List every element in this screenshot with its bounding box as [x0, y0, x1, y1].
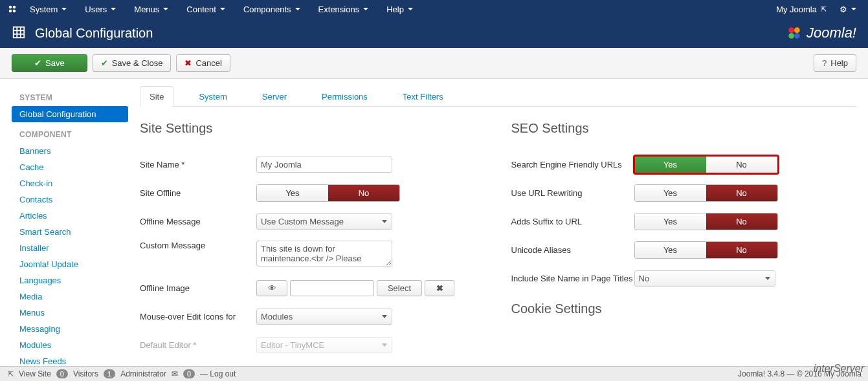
tab-server[interactable]: Server — [252, 86, 296, 107]
menu-content[interactable]: Content — [186, 5, 225, 14]
status-msg-count: 0 — [183, 369, 195, 378]
unicode-no[interactable]: No — [706, 242, 777, 258]
external-link-icon: ⇱ — [8, 370, 14, 378]
save-button[interactable]: ✔Save — [12, 54, 87, 72]
sidebar-heading-component: COMPONENT — [19, 130, 128, 139]
svg-rect-4 — [14, 27, 25, 38]
sidebar-item-modules[interactable]: Modules — [12, 337, 128, 353]
tab-system[interactable]: System — [189, 86, 236, 107]
suffix-no[interactable]: No — [706, 213, 777, 230]
check-icon: ✔ — [34, 58, 41, 68]
sidebar-item-articles[interactable]: Articles — [12, 208, 128, 224]
caret-icon — [295, 8, 300, 10]
suffix-toggle: Yes No — [634, 213, 778, 230]
suffix-yes[interactable]: Yes — [635, 213, 706, 230]
sidebar-item-menus[interactable]: Menus — [12, 305, 128, 321]
default-editor-label: Default Editor * — [140, 340, 256, 350]
tab-permissions[interactable]: Permissions — [312, 86, 377, 107]
site-link[interactable]: My Joomla⇱ — [776, 5, 827, 14]
rewrite-toggle: Yes No — [634, 184, 778, 202]
site-offline-no[interactable]: No — [328, 185, 399, 201]
sidebar-item-smart-search[interactable]: Smart Search — [12, 224, 128, 240]
main-area: SYSTEM Global Configuration COMPONENT Ba… — [0, 79, 868, 381]
caret-icon — [851, 8, 856, 10]
menu-extensions[interactable]: Extensions — [318, 5, 369, 14]
sidebar-item-global-configuration[interactable]: Global Configuration — [12, 106, 128, 122]
sitename-titles-select[interactable]: No — [634, 270, 775, 287]
offline-message-select[interactable]: Use Custom Message — [256, 213, 392, 230]
rewrite-yes[interactable]: Yes — [635, 185, 706, 201]
menu-help[interactable]: Help — [386, 5, 413, 14]
offline-image-control: 👁 Select ✖ — [256, 280, 454, 296]
rewrite-no[interactable]: No — [706, 185, 777, 201]
offline-image-preview[interactable]: 👁 — [256, 280, 287, 296]
svg-point-0 — [9, 6, 12, 9]
unicode-toggle: Yes No — [634, 241, 778, 259]
rewrite-label: Use URL Rewriting — [511, 188, 634, 198]
svg-point-3 — [13, 10, 16, 13]
sidebar-item-installer[interactable]: Installer — [12, 240, 128, 256]
cancel-button[interactable]: ✖Cancel — [176, 54, 230, 72]
status-visitors-label: Visitors — [73, 369, 98, 378]
status-view-site[interactable]: View Site — [19, 369, 51, 378]
svg-point-9 — [788, 27, 794, 33]
status-admin-label: Administrator — [120, 369, 166, 378]
mouseover-select[interactable]: Modules — [256, 309, 392, 325]
sitename-titles-label: Include Site Name in Page Titles — [511, 274, 634, 283]
status-visitors-count: 0 — [56, 369, 68, 378]
menu-components[interactable]: Components — [243, 5, 300, 14]
offline-message-label: Offline Message — [140, 217, 256, 226]
svg-point-10 — [794, 27, 800, 33]
menu-users[interactable]: Users — [85, 5, 116, 14]
custom-message-textarea[interactable]: This site is down for maintenance.<br />… — [256, 241, 392, 267]
offline-image-clear[interactable]: ✖ — [425, 280, 454, 296]
default-editor-select[interactable]: Editor - TinyMCE — [256, 337, 392, 353]
eye-icon: 👁 — [268, 283, 276, 293]
site-name-input[interactable] — [256, 157, 392, 173]
offline-image-label: Offline Image — [140, 283, 256, 293]
offline-image-input[interactable] — [290, 280, 374, 296]
status-version: Joomla! 3.4.8 — © 2016 My Joomla — [738, 369, 862, 378]
status-logout[interactable]: — Log out — [200, 369, 236, 378]
svg-point-2 — [9, 10, 12, 13]
site-name-label: Site Name * — [140, 160, 256, 169]
menu-system[interactable]: System — [30, 5, 67, 14]
joomla-icon — [6, 3, 18, 15]
offline-image-select[interactable]: Select — [377, 280, 422, 296]
save-close-button[interactable]: ✔Save & Close — [93, 54, 172, 72]
sidebar-item-check-in[interactable]: Check-in — [12, 175, 128, 191]
top-nav: System Users Menus Content Components Ex… — [0, 0, 868, 18]
sef-no[interactable]: No — [706, 157, 777, 173]
tab-site[interactable]: Site — [140, 86, 173, 107]
sidebar-item-joomla-update[interactable]: Joomla! Update — [12, 256, 128, 272]
sidebar-item-contacts[interactable]: Contacts — [12, 191, 128, 208]
mail-icon: ✉ — [172, 369, 178, 378]
config-icon — [12, 25, 26, 41]
site-offline-yes[interactable]: Yes — [257, 185, 328, 201]
sef-yes[interactable]: Yes — [635, 157, 706, 173]
unicode-yes[interactable]: Yes — [635, 242, 706, 258]
status-bar: ⇱ View Site 0 Visitors 1 Administrator ✉… — [0, 366, 868, 381]
menu-menus[interactable]: Menus — [134, 5, 168, 14]
svg-point-12 — [794, 33, 800, 39]
sidebar-item-banners[interactable]: Banners — [12, 143, 128, 159]
sidebar: SYSTEM Global Configuration COMPONENT Ba… — [12, 85, 128, 381]
sidebar-item-cache[interactable]: Cache — [12, 159, 128, 175]
gear-icon: ⚙ — [840, 5, 847, 14]
sidebar-item-messaging[interactable]: Messaging — [12, 321, 128, 337]
seo-settings-col: SEO Settings Search Engine Friendly URLs… — [511, 121, 857, 364]
close-icon: ✖ — [436, 283, 443, 293]
caret-icon — [363, 8, 368, 10]
sidebar-item-languages[interactable]: Languages — [12, 272, 128, 288]
caret-icon — [111, 8, 116, 10]
sef-toggle: Yes No — [634, 156, 778, 173]
site-settings-col: Site Settings Site Name * Site Offline Y… — [140, 121, 485, 364]
settings-gear[interactable]: ⚙ — [840, 5, 856, 14]
caret-icon — [220, 8, 225, 10]
help-button[interactable]: ?Help — [814, 54, 856, 72]
page-title: Global Configuration — [35, 26, 786, 41]
tab-text-filters[interactable]: Text Filters — [393, 86, 453, 107]
top-nav-menus: System Users Menus Content Components Ex… — [30, 5, 413, 14]
seo-settings-heading: SEO Settings — [511, 121, 857, 136]
sidebar-item-media[interactable]: Media — [12, 288, 128, 305]
